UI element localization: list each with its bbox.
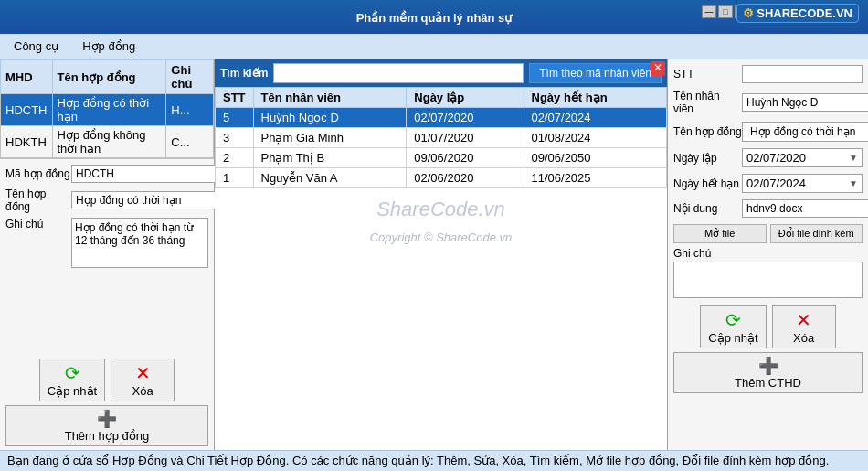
- add-icon: ➕: [97, 409, 117, 429]
- title-bar: Phần mềm quản lý nhân sự — □ ✕ ⚙ SHARECO…: [0, 0, 868, 34]
- ngay-lap-row: Ngày lập 02/07/2020 ▼: [673, 148, 863, 167]
- ghi-chu-textarea[interactable]: [71, 218, 208, 268]
- ngay-het-han-input[interactable]: 02/07/2024 ▼: [742, 174, 863, 193]
- noi-dung-row: Nội dung: [673, 199, 863, 218]
- watermark: ShareCode.vn: [215, 188, 667, 230]
- contract-list-area: STT Tên nhân viên Ngày lập Ngày hết hạn …: [215, 87, 667, 450]
- ten-hd-row: Tên hợp đồng Hợp đồng có thời hạn Hợp đồ…: [673, 122, 863, 142]
- contract-table-row[interactable]: 1 Nguyễn Văn A 02/06/2020 11/06/2025: [216, 168, 667, 188]
- ngay-lap-label: Ngày lập: [673, 152, 742, 165]
- delete-icon: ✕: [135, 362, 151, 384]
- right-detail-panel: STT 5 Tên nhân viên Tên hợp đồng Hợp đồn…: [667, 59, 868, 450]
- ngay-het-han-row: Ngày hết hạn 02/07/2024 ▼: [673, 174, 863, 193]
- maximize-button[interactable]: □: [718, 5, 733, 18]
- col-ghi-chu: Ghi chú: [166, 60, 214, 94]
- contract-table-row[interactable]: 2 Phạm Thị B 09/06/2020 09/06/2050: [216, 148, 667, 168]
- main-content: MHD Tên hợp đồng Ghi chú HDCTH Hợp đồng …: [0, 59, 868, 450]
- col-ten-hop-dong: Tên hợp đồng: [52, 60, 166, 94]
- ten-nv-row: Tên nhân viên: [673, 90, 863, 115]
- ten-hop-dong-input[interactable]: [71, 191, 217, 209]
- contract-type-table: MHD Tên hợp đồng Ghi chú HDCTH Hợp đồng …: [0, 59, 214, 158]
- col-stt: STT: [216, 88, 254, 108]
- right-delete-icon: ✕: [796, 309, 811, 331]
- ngay-lap-input[interactable]: 02/07/2020 ▼: [742, 148, 863, 167]
- them-cthd-button[interactable]: ➕ Thêm CTHD: [673, 352, 863, 393]
- type-table-row[interactable]: HDCTH Hợp đồng có thời hạn H...: [1, 94, 214, 126]
- copyright: Copyright © ShareCode.vn: [215, 230, 667, 253]
- ghi-chu-right-area[interactable]: [673, 262, 863, 298]
- contract-table: STT Tên nhân viên Ngày lập Ngày hết hạn …: [215, 87, 667, 188]
- col-ten-nv: Tên nhân viên: [253, 88, 407, 108]
- menu-hop-dong[interactable]: Hợp đồng: [72, 36, 145, 57]
- refresh-icon: ⟳: [65, 362, 80, 384]
- add-cthd-icon: ➕: [758, 356, 778, 376]
- left-buttons: ⟳ Cập nhật ✕ Xóa ➕ Thêm hợp đồng: [0, 355, 214, 450]
- minimize-button[interactable]: —: [702, 5, 716, 18]
- them-hop-dong-row: ➕ Thêm hợp đồng: [5, 405, 208, 446]
- left-action-row: ⟳ Cập nhật ✕ Xóa: [5, 359, 208, 401]
- stt-row: STT 5: [673, 65, 863, 83]
- col-ngay-lap: Ngày lập: [407, 88, 524, 108]
- cap-nhat-button[interactable]: ⟳ Cập nhật: [39, 359, 105, 401]
- calendar-icon-lap: ▼: [849, 153, 858, 163]
- calendar-icon-het: ▼: [849, 178, 858, 188]
- search-input[interactable]: [273, 63, 524, 83]
- doi-file-button[interactable]: Đổi file đính kèm: [770, 224, 863, 243]
- xoa-button[interactable]: ✕ Xóa: [111, 359, 175, 401]
- ghi-chu-label: Ghi chú: [5, 218, 71, 230]
- type-table-row[interactable]: HDKTH Hợp đồng không thời hạn C...: [1, 126, 214, 158]
- ngay-het-han-label: Ngày hết hạn: [673, 177, 742, 190]
- right-refresh-icon: ⟳: [725, 309, 741, 331]
- ghi-chu-section: Ghi chú: [673, 247, 863, 298]
- noi-dung-input[interactable]: [742, 199, 868, 218]
- ten-hop-dong-label: Tên hợp đồng: [5, 187, 71, 213]
- contract-table-row[interactable]: 3 Phạm Gia Minh 01/07/2020 01/08/2024: [216, 128, 667, 148]
- file-buttons-row: Mở file Đổi file đính kèm: [673, 224, 863, 243]
- mo-file-button[interactable]: Mở file: [673, 224, 767, 243]
- right-cap-nhat-button[interactable]: ⟳ Cập nhật: [700, 305, 766, 348]
- ten-nv-label: Tên nhân viên: [673, 90, 742, 115]
- col-mhd: MHD: [1, 60, 53, 94]
- ten-nv-input[interactable]: [742, 93, 868, 112]
- right-xoa-button[interactable]: ✕ Xóa: [772, 305, 836, 348]
- app-title: Phần mềm quản lý nhân sự: [356, 11, 513, 25]
- search-by-id-button[interactable]: Tìm theo mã nhân viên: [529, 63, 662, 83]
- logo: ⚙ SHARECODE.VN: [736, 4, 859, 23]
- search-label: Tìm kiếm: [220, 67, 268, 80]
- ghi-chu-row: Ghi chú: [5, 218, 208, 268]
- status-text: Bạn đang ở cửa sổ Hợp Đồng và Chi Tiết H…: [7, 454, 829, 467]
- right-action-row: ⟳ Cập nhật ✕ Xóa: [673, 305, 863, 348]
- contract-table-row[interactable]: 5 Huỳnh Ngọc D 02/07/2020 02/07/2024: [216, 108, 667, 128]
- stt-label: STT: [673, 68, 742, 80]
- left-panel: MHD Tên hợp đồng Ghi chú HDCTH Hợp đồng …: [0, 59, 215, 450]
- noi-dung-label: Nội dung: [673, 202, 742, 215]
- menu-bar: Công cụ Hợp đồng: [0, 34, 868, 59]
- col-ngay-het-han: Ngày hết hạn: [524, 88, 667, 108]
- ma-hop-dong-input[interactable]: [71, 165, 217, 183]
- left-detail: Mã hợp đồng Tên hợp đồng Ghi chú: [0, 158, 214, 355]
- ma-hop-dong-row: Mã hợp đồng: [5, 165, 208, 183]
- right-buttons: ⟳ Cập nhật ✕ Xóa ➕ Thêm CTHD: [673, 302, 863, 393]
- middle-section: Tìm kiếm Tìm theo mã nhân viên ✕ STT Tên…: [215, 59, 868, 450]
- ten-hd-select[interactable]: Hợp đồng có thời hạn Hợp đồng không thời…: [742, 122, 868, 142]
- them-hop-dong-button[interactable]: ➕ Thêm hợp đồng: [5, 405, 208, 446]
- ma-hop-dong-label: Mã hợp đồng: [5, 167, 71, 180]
- status-bar: Bạn đang ở cửa sổ Hợp Đồng và Chi Tiết H…: [0, 450, 868, 471]
- contract-area: Tìm kiếm Tìm theo mã nhân viên ✕ STT Tên…: [215, 59, 667, 450]
- ten-hop-dong-row: Tên hợp đồng: [5, 187, 208, 213]
- search-bar: Tìm kiếm Tìm theo mã nhân viên ✕: [215, 59, 667, 87]
- ten-hd-label: Tên hợp đồng: [673, 125, 742, 138]
- close-search-button[interactable]: ✕: [651, 61, 665, 76]
- ghi-chu-right-label: Ghi chú: [673, 247, 863, 260]
- stt-input[interactable]: 5: [742, 65, 863, 83]
- them-cthd-row: ➕ Thêm CTHD: [673, 352, 863, 393]
- menu-cong-cu[interactable]: Công cụ: [4, 36, 69, 57]
